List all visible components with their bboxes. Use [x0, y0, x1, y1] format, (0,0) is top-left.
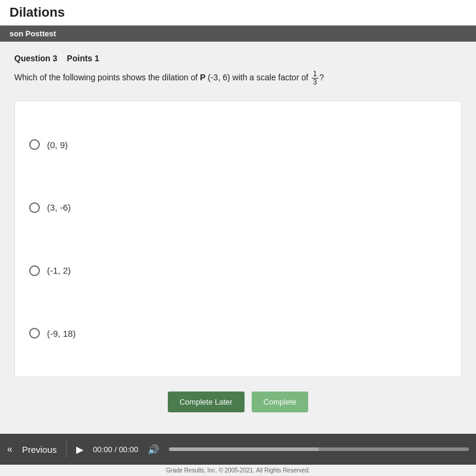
audio-progress-fill — [169, 447, 319, 451]
options-area: (0, 9) (3, -6) (-1, 2) (-9, 18) — [14, 101, 462, 377]
title-bar: Dilations — [0, 0, 476, 26]
complete-later-button[interactable]: Complete Later — [168, 392, 245, 412]
radio-option-3[interactable] — [29, 265, 40, 276]
radio-option-2[interactable] — [29, 202, 40, 213]
bottom-nav-bar: « Previous ▶ 00:00 / 00:00 🔊 — [0, 434, 476, 465]
option-2-label: (3, -6) — [47, 202, 71, 212]
volume-icon[interactable]: 🔊 — [148, 444, 159, 455]
question-text: Which of the following points shows the … — [14, 70, 462, 86]
option-1[interactable]: (0, 9) — [29, 134, 447, 155]
complete-button[interactable]: Complete — [252, 392, 309, 412]
option-3-label: (-1, 2) — [47, 265, 71, 275]
option-4[interactable]: (-9, 18) — [29, 323, 447, 343]
lesson-bar: son Posttest — [0, 26, 476, 42]
fraction-numerator: 1 — [312, 70, 318, 79]
option-2[interactable]: (3, -6) — [29, 198, 447, 218]
audio-progress-bar[interactable] — [169, 447, 469, 451]
question-text-suffix: ? — [320, 73, 324, 82]
question-text-point: (-3, 6) with a scale factor of — [205, 73, 311, 82]
question-number: Question 3 — [14, 54, 57, 63]
fraction-denominator: 3 — [312, 79, 318, 86]
option-4-label: (-9, 18) — [47, 328, 76, 339]
radio-option-1[interactable] — [29, 139, 40, 150]
play-icon[interactable]: ▶ — [76, 444, 83, 455]
radio-option-4[interactable] — [29, 328, 40, 339]
question-text-prefix: Which of the following points shows the … — [14, 73, 200, 82]
divider — [66, 440, 67, 458]
main-content: Question 3 Points 1 Which of the followi… — [0, 42, 476, 434]
buttons-row: Complete Later Complete — [14, 392, 462, 412]
footer: Grade Results, Inc. © 2005-2021. All Rig… — [0, 465, 476, 476]
chevron-double-left-icon[interactable]: « — [7, 444, 12, 455]
question-point-bold: P — [200, 73, 205, 82]
option-1-label: (0, 9) — [47, 140, 68, 150]
question-points: Points 1 — [67, 54, 99, 63]
fraction: 13 — [312, 70, 318, 86]
page-title: Dilations — [10, 5, 65, 20]
previous-button[interactable]: Previous — [22, 444, 57, 455]
question-header: Question 3 Points 1 — [14, 54, 462, 63]
lesson-label: son Posttest — [10, 29, 56, 38]
footer-text: Grade Results, Inc. © 2005-2021. All Rig… — [166, 467, 310, 474]
time-display: 00:00 / 00:00 — [93, 445, 138, 454]
option-3[interactable]: (-1, 2) — [29, 261, 447, 281]
